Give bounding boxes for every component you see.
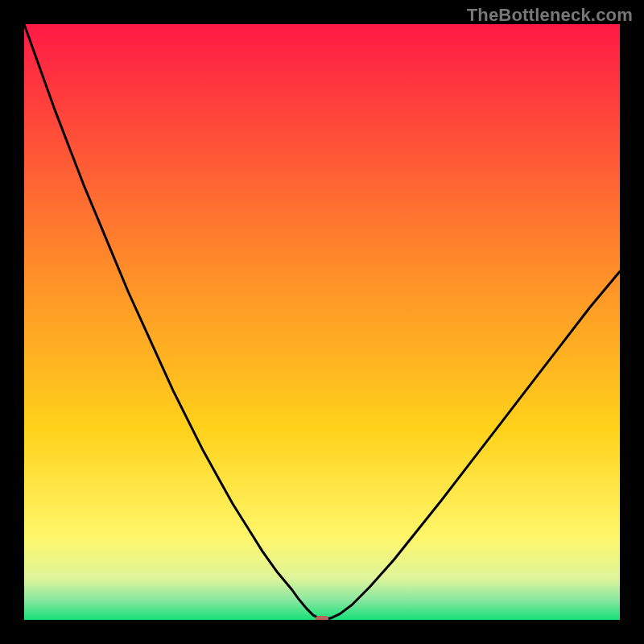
plot-area	[24, 24, 620, 620]
chart-frame: TheBottleneck.com	[0, 0, 644, 644]
chart-svg	[24, 24, 620, 620]
chart-background	[24, 24, 620, 620]
watermark-text: TheBottleneck.com	[467, 5, 633, 26]
optimal-point-marker	[316, 616, 328, 620]
